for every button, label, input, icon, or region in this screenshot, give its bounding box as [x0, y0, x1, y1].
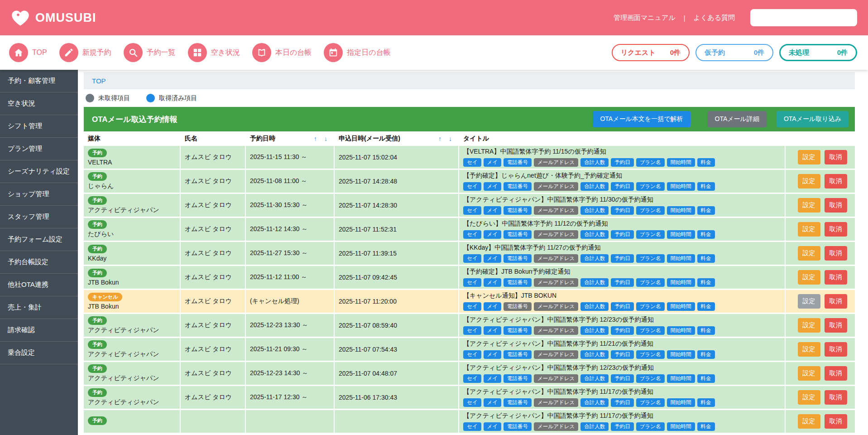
- settings-button[interactable]: 設定: [798, 342, 820, 357]
- field-tag: 開始時間: [667, 422, 695, 431]
- page: { "header": { "logo_text": "OMUSUBI", "m…: [0, 0, 868, 435]
- settings-button[interactable]: 設定: [798, 198, 820, 213]
- field-tag: セイ: [463, 206, 481, 215]
- actions-cell: 設定 取消: [786, 338, 855, 361]
- cancel-button[interactable]: 取消: [825, 198, 847, 213]
- sidebar-item[interactable]: シーズナリティ設定: [0, 160, 78, 183]
- field-tag: 予約日: [611, 278, 634, 287]
- field-tag: 合計人数: [580, 422, 609, 431]
- sidebar-item[interactable]: 売上・集計: [0, 296, 78, 319]
- settings-button[interactable]: 設定: [798, 246, 820, 261]
- settings-button[interactable]: 設定: [798, 414, 820, 429]
- manual-link[interactable]: 管理画面マニュアル: [614, 14, 676, 22]
- counter-unprocessed[interactable]: 未処理 0件: [779, 44, 857, 61]
- settings-button[interactable]: 設定: [798, 390, 820, 405]
- media-name: KKday: [88, 255, 180, 262]
- settings-button[interactable]: 設定: [798, 318, 820, 333]
- cancel-button[interactable]: 取消: [825, 318, 847, 333]
- cancel-button[interactable]: 取消: [825, 222, 847, 237]
- cancel-button[interactable]: 取消: [825, 246, 847, 261]
- field-tags: セイメイ電話番号メールアドレス合計人数予約日プラン名開始時間料金: [463, 374, 785, 383]
- cancel-button[interactable]: 取消: [825, 270, 847, 285]
- title-cell: 【予約確定】じゃらんnet遊び・体験予約_予約確定通知 セイメイ電話番号メールア…: [459, 170, 786, 193]
- field-tag: 予約日: [611, 422, 634, 431]
- mail-import-button[interactable]: OTAメール取り込み: [777, 111, 849, 127]
- cancel-button[interactable]: 取消: [825, 366, 847, 381]
- sidebar-item[interactable]: 予約フォーム設定: [0, 228, 78, 251]
- media-cell: 予約 アクティビティジャパン: [84, 362, 181, 385]
- sidebar-item[interactable]: プラン管理: [0, 138, 78, 160]
- settings-button[interactable]: 設定: [798, 270, 820, 285]
- media-name: アクティビティジャパン: [88, 326, 180, 334]
- nav-item-dated-ledger[interactable]: 指定日の台帳: [324, 43, 390, 62]
- sidebar-item-label: 売上・集計: [8, 303, 42, 312]
- sort-applied-asc-icon[interactable]: ↑: [438, 135, 441, 142]
- sort-reserved-asc-icon[interactable]: ↑: [314, 135, 317, 142]
- settings-button[interactable]: 設定: [798, 222, 820, 237]
- nav-item-label: 本日の台帳: [275, 48, 312, 58]
- sidebar-item[interactable]: 予約台帳設定: [0, 251, 78, 274]
- media-name: アクティビティジャパン: [88, 398, 180, 406]
- sort-applied-desc-icon[interactable]: ↓: [449, 135, 452, 142]
- sidebar-item[interactable]: スタッフ管理: [0, 206, 78, 228]
- cancel-button[interactable]: 取消: [825, 174, 847, 188]
- sidebar-item[interactable]: 請求確認: [0, 319, 78, 342]
- sidebar-item[interactable]: 他社OTA連携: [0, 274, 78, 296]
- actions-cell: 設定 取消: [786, 314, 855, 337]
- sidebar-item[interactable]: ショップ管理: [0, 183, 78, 206]
- applied-at: 2025-11-07 15:02:04: [335, 146, 459, 169]
- main-area: 予約・顧客管理 空き状況 シフト管理 プラン管理 シーズナリティ設定 ショップ管…: [0, 70, 868, 435]
- settings-button[interactable]: 設定: [798, 174, 820, 188]
- mail-detail-button[interactable]: OTAメール詳細: [708, 111, 767, 127]
- field-tag: プラン名: [636, 302, 665, 311]
- sidebar-item[interactable]: シフト管理: [0, 115, 78, 138]
- media-cell: 予約 アクティビティジャパン: [84, 314, 181, 337]
- field-tag: 料金: [697, 206, 715, 215]
- bulk-parse-button[interactable]: OTAメール本文を一括で解析: [593, 111, 690, 127]
- sidebar-item[interactable]: 乗合設定: [0, 342, 78, 364]
- media-cell: 予約 KKday: [84, 242, 181, 265]
- cancel-button[interactable]: 取消: [825, 390, 847, 405]
- field-tag: プラン名: [636, 326, 665, 335]
- sort-reserved-desc-icon[interactable]: ↓: [324, 135, 327, 142]
- book-icon: [252, 43, 271, 62]
- logo: OMUSUBI: [10, 9, 96, 27]
- counter-provisional[interactable]: 仮予約 0件: [695, 44, 773, 61]
- field-tag: メイ: [484, 326, 502, 335]
- applied-at: 2025-11-07 04:48:07: [335, 362, 459, 385]
- faq-link[interactable]: よくある質問: [694, 14, 735, 22]
- field-tag: 予約日: [611, 302, 634, 311]
- field-tag: メイ: [484, 374, 502, 383]
- settings-button[interactable]: 設定: [798, 294, 820, 309]
- cancel-button[interactable]: 取消: [825, 294, 847, 309]
- settings-button[interactable]: 設定: [798, 366, 820, 381]
- nav-item-availability[interactable]: 空き状況: [188, 43, 240, 62]
- table-header: 媒体 氏名 予約日時 ↑ ↓ 申込日時(メール受信) ↑ ↓ タイトル: [84, 131, 855, 146]
- acquired-dot-icon: [146, 94, 155, 102]
- nav-item-today-ledger[interactable]: 本日の台帳: [252, 43, 312, 62]
- settings-button[interactable]: 設定: [798, 150, 820, 164]
- sidebar-item[interactable]: 空き状況: [0, 92, 78, 115]
- status-badge: 予約: [88, 388, 107, 397]
- counter-request[interactable]: リクエスト 0件: [612, 44, 690, 61]
- sidebar-item[interactable]: 予約・顧客管理: [0, 70, 78, 92]
- nav-item-reservation-list[interactable]: 予約一覧: [124, 43, 176, 62]
- header-search-input[interactable]: [750, 9, 857, 26]
- home-icon: [9, 43, 28, 62]
- media-name: アクティビティジャパン: [88, 374, 180, 382]
- sidebar-item-label: シフト管理: [8, 122, 42, 130]
- table-body: 予約 VELTRA オムスビ タロウ 2025-11-15 11:30 ～ 20…: [84, 146, 855, 434]
- breadcrumb-top-link[interactable]: TOP: [92, 77, 106, 85]
- nav-item-top[interactable]: TOP: [9, 43, 47, 62]
- reserved-at: 2025-11-12 11:00 ～: [246, 266, 335, 289]
- cancel-button[interactable]: 取消: [825, 150, 847, 164]
- status-badge: 予約: [88, 364, 107, 373]
- cancel-button[interactable]: 取消: [825, 342, 847, 357]
- mail-title: 【アクティビティジャパン】中国語繁体字予約 11/17の仮予約通知: [463, 388, 785, 396]
- field-tags: セイメイ電話番号メールアドレス合計人数予約日プラン名開始時間料金: [463, 206, 785, 215]
- nav-item-new-reservation[interactable]: 新規予約: [59, 43, 111, 62]
- title-cell: 【アクティビティジャパン】中国語繁体字予約 11/17の仮予約通知 セイメイ電話…: [459, 410, 786, 433]
- cancel-button[interactable]: 取消: [825, 414, 847, 429]
- table-row: 予約 アクティビティジャパン オムスビ タロウ 2025-11-17 12:30…: [84, 386, 855, 410]
- reserved-at: (キャンセル処理): [246, 290, 335, 313]
